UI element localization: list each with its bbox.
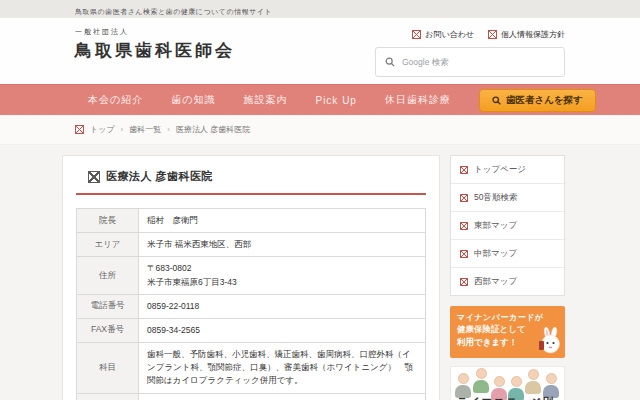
sidebar-item-top[interactable]: トップページ (451, 156, 564, 184)
find-dentist-button[interactable]: 歯医者さんを探す (479, 89, 596, 112)
content: 医療法人 彦歯科医院 院長 稲村 彦衛門 エリア 米子市 福米西東地区、西部 住… (62, 145, 565, 400)
find-dentist-label: 歯医者さんを探す (506, 94, 583, 107)
rabbit-mascot-illustration (538, 327, 562, 355)
header-links: お問い合わせ 個人情報保護方針 (412, 29, 565, 40)
field-value: 稲村 彦衛門 (139, 209, 426, 233)
site-tagline: 鳥取県の歯医者さん検索と歯の健康についての情報サイト (62, 8, 272, 15)
sidebar-item-syllabary-search[interactable]: 50音順検索 (451, 184, 564, 212)
field-value: 9:00～12:00 14:30～19:00 （土）9:00～12:00 14:… (139, 393, 426, 400)
person-illustration (473, 368, 489, 393)
table-row-hours: 診療時間 9:00～12:00 14:30～19:00 （土）9:00～12:0… (77, 393, 426, 400)
table-row-address: 住所 〒683-0802 米子市東福原6丁目3-43 (77, 257, 426, 294)
broken-image-icon (460, 278, 468, 286)
family-illustration (451, 367, 564, 393)
tagline-bar: 鳥取県の歯医者さん検索と歯の健康についての情報サイト (0, 0, 640, 18)
logo-title: 鳥取県歯科医師会 (75, 39, 235, 62)
breadcrumb-current: 医療法人 彦歯科医院 (176, 124, 250, 135)
breadcrumb-clinic-list[interactable]: 歯科一覧 (129, 124, 161, 135)
title-divider (76, 193, 426, 195)
clinic-detail-card: 医療法人 彦歯科医院 院長 稲村 彦衛門 エリア 米子市 福米西東地区、西部 住… (62, 155, 440, 400)
privacy-policy-label: 個人情報保護方針 (501, 29, 565, 40)
breadcrumb-separator: › (121, 125, 124, 134)
clinic-name-title: 医療法人 彦歯科医院 (106, 169, 213, 184)
banner-line: マイナンバーカードが (457, 312, 558, 323)
google-search-box[interactable] (375, 47, 565, 77)
broken-image-icon (75, 125, 84, 134)
sidebar: トップページ 50音順検索 東部マップ 中部マップ 西部マップ (450, 155, 565, 400)
search-icon (385, 57, 395, 67)
field-label: 院長 (77, 209, 139, 233)
broken-image-icon (488, 30, 497, 39)
site-logo[interactable]: 一般社団法人 鳥取県歯科医師会 (62, 27, 235, 77)
breadcrumb: トップ › 歯科一覧 › 医療法人 彦歯科医院 (62, 124, 565, 135)
sidebar-item-label: 中部マップ (474, 248, 517, 260)
sidebar-item-east-map[interactable]: 東部マップ (451, 212, 564, 240)
field-value: 0859-22-0118 (139, 294, 426, 318)
contact-link-label: お問い合わせ (425, 29, 474, 40)
field-value: 0859-34-2565 (139, 318, 426, 342)
nav-item-facilities[interactable]: 施設案内 (243, 93, 287, 107)
table-row-phone: 電話番号 0859-22-0118 (77, 294, 426, 318)
contact-link[interactable]: お問い合わせ (412, 29, 474, 40)
mynumber-card-banner[interactable]: マイナンバーカードが 健康保険証として 利用できます！ (450, 306, 565, 358)
sidebar-menu: トップページ 50音順検索 東部マップ 中部マップ 西部マップ (450, 155, 565, 296)
sidebar-item-central-map[interactable]: 中部マップ (451, 240, 564, 268)
person-illustration (525, 369, 541, 394)
search-icon (492, 96, 501, 105)
lifestage-course-banner[interactable]: ライフステージ別 歯科保健講座 (450, 366, 565, 400)
breadcrumb-bar: トップ › 歯科一覧 › 医療法人 彦歯科医院 (0, 115, 640, 145)
sidebar-item-label: 50音順検索 (474, 192, 517, 204)
field-label: 住所 (77, 257, 139, 294)
field-value: 〒683-0802 米子市東福原6丁目3-43 (139, 257, 426, 294)
table-row-director: 院長 稲村 彦衛門 (77, 209, 426, 233)
field-label: FAX番号 (77, 318, 139, 342)
sidebar-item-label: 東部マップ (474, 220, 517, 232)
field-label: 電話番号 (77, 294, 139, 318)
table-row-subjects: 科目 歯科一般、予防歯科、小児歯科、矯正歯科、歯周病科、口腔外科（インプラント科… (77, 343, 426, 394)
header-right: お問い合わせ 個人情報保護方針 (375, 27, 565, 77)
sidebar-item-label: トップページ (474, 164, 526, 176)
broken-image-icon (460, 194, 468, 202)
main-nav: 本会の紹介 歯の知識 施設案内 Pick Up 休日歯科診療 歯医者さんを探す (0, 84, 640, 115)
broken-image-icon (460, 222, 468, 230)
clinic-detail-table: 院長 稲村 彦衛門 エリア 米子市 福米西東地区、西部 住所 〒683-0802… (76, 208, 426, 400)
broken-image-icon (412, 30, 421, 39)
field-value: 歯科一般、予防歯科、小児歯科、矯正歯科、歯周病科、口腔外科（インプラント科、顎関… (139, 343, 426, 394)
nav-item-tooth-knowledge[interactable]: 歯の知識 (171, 93, 215, 107)
header: 一般社団法人 鳥取県歯科医師会 お問い合わせ 個人情報保護方針 (0, 18, 640, 84)
nav-item-about[interactable]: 本会の紹介 (88, 93, 143, 107)
logo-org-type: 一般社団法人 (75, 27, 235, 37)
page: 鳥取県の歯医者さん検索と歯の健康についての情報サイト 一般社団法人 鳥取県歯科医… (0, 0, 640, 400)
broken-image-icon (88, 171, 100, 183)
nav-item-holiday-care[interactable]: 休日歯科診療 (385, 93, 451, 107)
sidebar-item-label: 西部マップ (474, 276, 517, 288)
clinic-title-row: 医療法人 彦歯科医院 (76, 169, 426, 184)
breadcrumb-separator: › (167, 125, 170, 134)
table-row-fax: FAX番号 0859-34-2565 (77, 318, 426, 342)
broken-image-icon (460, 250, 468, 258)
banner-line: ライフステージ別 (451, 395, 564, 400)
breadcrumb-top[interactable]: トップ (90, 124, 115, 135)
field-label: 診療時間 (77, 393, 139, 400)
sidebar-item-west-map[interactable]: 西部マップ (451, 268, 564, 295)
broken-image-icon (460, 166, 468, 174)
privacy-policy-link[interactable]: 個人情報保護方針 (488, 29, 565, 40)
field-label: エリア (77, 233, 139, 257)
search-input[interactable] (402, 57, 555, 67)
field-label: 科目 (77, 343, 139, 394)
field-value: 米子市 福米西東地区、西部 (139, 233, 426, 257)
nav-item-pickup[interactable]: Pick Up (315, 95, 356, 106)
table-row-area: エリア 米子市 福米西東地区、西部 (77, 233, 426, 257)
